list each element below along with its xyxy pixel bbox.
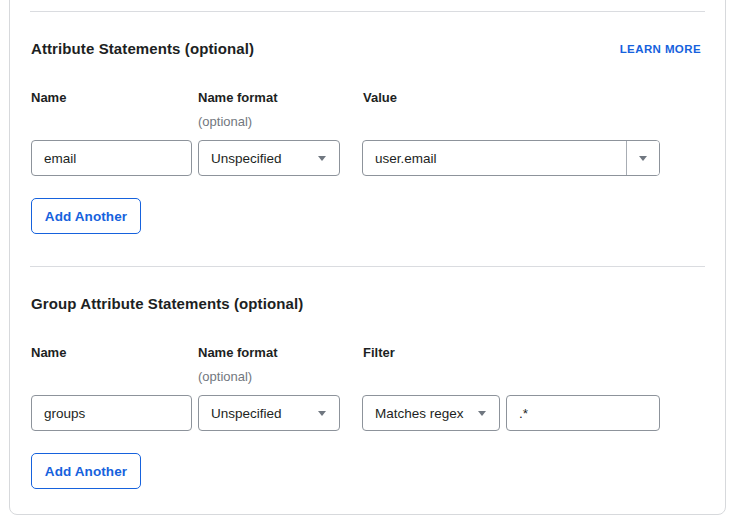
column-header-value: Value: [363, 89, 397, 106]
column-header-name: Name: [31, 344, 66, 361]
section-title: Group Attribute Statements (optional): [31, 294, 303, 313]
group-name-format-select[interactable]: Unspecified: [198, 395, 340, 431]
caret-down-icon: [318, 411, 326, 416]
attribute-name-input[interactable]: [31, 140, 192, 176]
column-header-optional-note: (optional): [198, 368, 252, 385]
attribute-statements-section: Attribute Statements (optional) LEARN MO…: [0, 0, 737, 255]
selected-name-format: Unspecified: [211, 151, 282, 166]
selected-name-format: Unspecified: [211, 406, 282, 421]
attribute-value-input[interactable]: [363, 141, 626, 175]
section-title: Attribute Statements (optional): [31, 39, 254, 58]
attribute-name-format-select[interactable]: Unspecified: [198, 140, 340, 176]
group-filter-type-select[interactable]: Matches regex: [362, 395, 500, 431]
caret-down-icon: [639, 156, 647, 161]
column-header-name: Name: [31, 89, 66, 106]
attribute-value-dropdown-toggle[interactable]: [626, 141, 659, 175]
learn-more-link[interactable]: LEARN MORE: [620, 42, 701, 56]
column-header-filter: Filter: [363, 344, 395, 361]
caret-down-icon: [318, 156, 326, 161]
add-another-group-attribute-button[interactable]: Add Another: [31, 453, 141, 489]
saml-settings-page: Attribute Statements (optional) LEARN MO…: [0, 0, 737, 530]
group-attribute-statements-section: Group Attribute Statements (optional) Na…: [0, 255, 737, 513]
attribute-value-combobox: [362, 140, 660, 176]
section-divider: [30, 11, 705, 12]
group-attribute-name-input[interactable]: [31, 395, 192, 431]
add-another-attribute-button[interactable]: Add Another: [31, 198, 141, 234]
caret-down-icon: [478, 411, 486, 416]
column-header-name-format: Name format: [198, 344, 277, 361]
section-divider: [30, 266, 705, 267]
group-filter-value-input[interactable]: [506, 395, 660, 431]
selected-filter-type: Matches regex: [375, 406, 464, 421]
column-header-optional-note: (optional): [198, 113, 252, 130]
column-header-name-format: Name format: [198, 89, 277, 106]
